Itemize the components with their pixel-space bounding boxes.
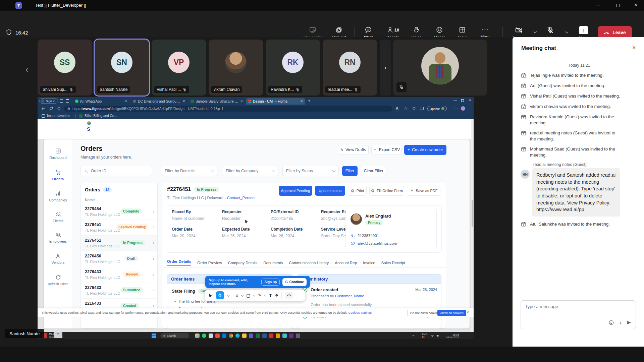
app-icon[interactable] <box>256 334 260 338</box>
sidebar-item-clients[interactable]: Clients <box>44 211 72 223</box>
minimize-icon[interactable] <box>596 5 600 5</box>
sign-up-button[interactable]: Sign up <box>261 279 280 286</box>
remote-language[interactable]: ENGIN <box>422 333 427 339</box>
maximize-icon[interactable] <box>616 4 620 7</box>
tab-actions-icon[interactable] <box>66 99 69 103</box>
tab-documents[interactable]: Documents <box>263 261 283 265</box>
scrollbar[interactable] <box>471 119 474 332</box>
order-row[interactable]: 2279454TL Flex Holdings LLCComplete› <box>81 204 157 220</box>
approval-pending-button[interactable]: Approval Pending <box>279 186 312 196</box>
attach-plus-icon[interactable]: + <box>619 320 622 326</box>
remote-app-icons[interactable] <box>195 334 300 338</box>
view-drafts-button[interactable]: ✎View Drafts <box>338 145 369 155</box>
remote-search[interactable]: Search <box>160 333 189 338</box>
app-icon[interactable] <box>269 334 273 338</box>
refresh-icon[interactable] <box>49 106 53 111</box>
contact-email[interactable]: alex@vstatefilings.com <box>358 241 397 245</box>
component-tool-icon[interactable]: ❖ <box>275 293 278 298</box>
filter-status-select[interactable]: Filter by Status <box>282 166 339 176</box>
sidebar-item-orders[interactable]: Orders <box>44 169 72 181</box>
app-icon[interactable] <box>289 334 293 338</box>
tab-order-details[interactable]: Order Details <box>167 259 191 266</box>
browser-restore-icon[interactable] <box>461 99 464 102</box>
print-button[interactable]: Print <box>348 186 367 196</box>
chevron-down-icon[interactable] <box>264 294 266 296</box>
mic-options-chevron-icon[interactable] <box>565 30 569 34</box>
sidebar-item-companies[interactable]: Companies <box>44 190 72 202</box>
remote-tray-chevron-icon[interactable] <box>412 335 415 337</box>
app-icon[interactable] <box>249 334 253 338</box>
close-chat-icon[interactable]: ✕ <box>632 45 636 50</box>
close-tab-icon[interactable]: ✕ <box>240 100 243 103</box>
split-screen-icon[interactable] <box>420 107 424 110</box>
fill-online-form-button[interactable]: Fill Online Form <box>369 186 404 196</box>
participant-tile[interactable]: RN read.ai mee... <box>323 40 377 96</box>
sidebar-item-vendors[interactable]: Vendors <box>44 253 72 264</box>
home-icon[interactable] <box>57 106 61 111</box>
history-icon[interactable] <box>412 107 416 111</box>
bills-favorite-link[interactable]: Bills | Billing and Co... <box>85 114 117 118</box>
app-icon[interactable] <box>215 334 220 338</box>
close-tab-icon[interactable]: ✕ <box>125 100 127 103</box>
filter-company-select[interactable]: Filter by Company <box>222 166 278 176</box>
spotlight-tile[interactable] <box>393 40 487 96</box>
app-icon[interactable] <box>276 334 280 338</box>
scrollbar-thumb[interactable] <box>472 200 473 227</box>
participant-tile[interactable]: SN Santosh Narate <box>95 40 149 96</box>
tab-invoice[interactable]: Invoice <box>363 261 375 265</box>
new-tab-icon[interactable]: + <box>308 98 311 103</box>
tab-communication-history[interactable]: Communication History <box>289 261 329 265</box>
app-icon[interactable] <box>202 334 206 338</box>
browser-tab[interactable]: (6) WhatsApp ✕ <box>73 98 129 105</box>
sidebar-item-dashboard[interactable]: Dashboard <box>44 148 72 160</box>
move-tool-icon[interactable] <box>208 293 213 298</box>
participant-tile[interactable]: vikram chavan <box>209 40 263 96</box>
frame-tool-icon[interactable]: # <box>236 293 238 298</box>
presenter-add-button[interactable]: + <box>54 329 62 338</box>
back-icon[interactable] <box>41 106 46 111</box>
text-tool-icon[interactable]: T <box>269 293 272 298</box>
remote-start-icon[interactable] <box>152 334 156 338</box>
allow-cookies-button[interactable]: Allow all cookies <box>437 310 466 316</box>
app-icon[interactable] <box>229 334 233 338</box>
hand-tool-icon[interactable] <box>216 291 224 299</box>
browser-tab-active[interactable]: Design - UAT – Figma ✕ <box>246 98 305 105</box>
filter-domicile-select[interactable]: Filter by Domicile <box>161 166 217 176</box>
tab-account-rep[interactable]: Account Rep <box>335 261 357 265</box>
app-icon[interactable] <box>222 334 226 338</box>
participant-tile[interactable]: VP Vishal Patil ... <box>152 40 206 96</box>
dev-mode-toggle[interactable]: </> <box>285 292 293 299</box>
update-status-button[interactable]: Update status <box>315 186 345 196</box>
close-tab-icon[interactable]: ✕ <box>300 100 303 103</box>
browser-minimize-icon[interactable] <box>453 101 457 101</box>
scroll-tiles-right-button[interactable]: › <box>380 40 391 96</box>
order-row[interactable]: 2279451TL Flex Holdings LLCApproval Pend… <box>81 220 157 235</box>
browser-tab[interactable]: DC Divisions and Surroundings ✕ <box>131 98 187 105</box>
order-row[interactable]: 2276433TL Flex Holdings LLCReview› <box>81 267 157 283</box>
order-id-input[interactable] <box>91 169 145 173</box>
workspaces-icon[interactable] <box>60 99 63 103</box>
copilot-icon[interactable] <box>461 106 465 111</box>
tab-sales-receipt[interactable]: Sales Receipt <box>381 261 405 265</box>
camera-options-chevron-icon[interactable] <box>534 30 537 34</box>
contact-person-link[interactable]: Contact_Person. <box>227 196 256 200</box>
filter-clear-button[interactable]: Clear Filter <box>361 166 386 176</box>
browser-profile-button[interactable]: Sign in <box>39 98 58 104</box>
remote-volume-icon[interactable] <box>436 334 439 338</box>
address-bar[interactable]: https://www.figma.com/design/9BKQ0FOHRWa… <box>64 106 392 112</box>
remote-wifi-icon[interactable] <box>431 334 434 338</box>
participant-tile[interactable]: SS Shivani Sup... <box>38 40 92 96</box>
app-icon[interactable] <box>195 334 200 338</box>
shape-tool-icon[interactable]: ▢ <box>246 293 250 298</box>
order-row[interactable]: 2276450TL Flex Holdings LLCDraft› <box>81 251 157 267</box>
app-icon[interactable] <box>262 334 267 338</box>
favorite-star-icon[interactable]: ☆ <box>404 106 408 111</box>
scroll-tiles-left-icon[interactable]: ‹ <box>25 64 29 75</box>
update-button[interactable]: Update <box>427 106 447 111</box>
chat-input-box[interactable]: + <box>521 300 636 329</box>
list-column-header[interactable]: Name↓ <box>85 198 98 202</box>
order-row-selected[interactable]: 2276451TL Flex Holdings LLCIn Progress› <box>81 235 157 251</box>
app-icon[interactable] <box>235 334 240 338</box>
sidebar-item-employees[interactable]: Employees <box>44 232 72 243</box>
google-continue-button[interactable]: G Continue <box>282 278 307 286</box>
